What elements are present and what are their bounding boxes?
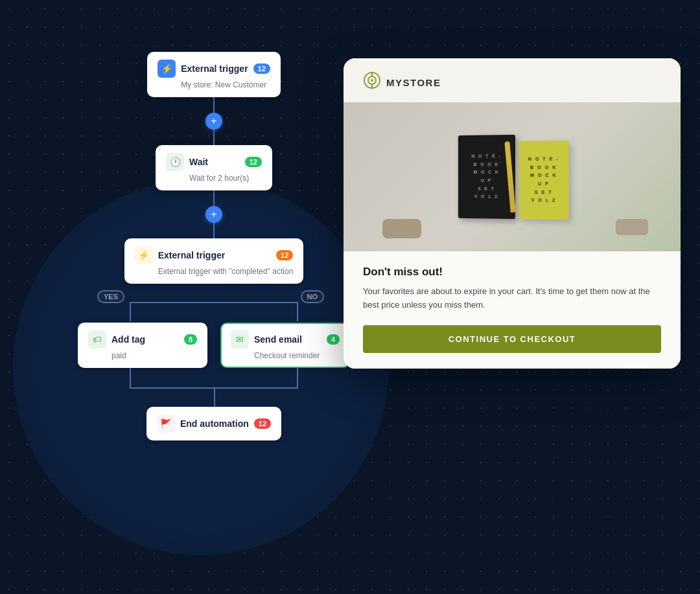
add-tag-branch: 🏷 Add tag 8 paid xyxy=(78,323,207,368)
add-tag-badge: 8 xyxy=(184,334,197,345)
merge-lines xyxy=(78,368,350,407)
connector-line-1b xyxy=(213,130,215,145)
automation-flow: ⚡ External trigger 12 My store: New Cust… xyxy=(52,52,376,440)
add-step-button-2[interactable]: + xyxy=(205,206,222,223)
connector-1: + xyxy=(205,97,222,145)
send-email-icon: ✉ xyxy=(231,330,249,348)
branch-left-vertical xyxy=(130,302,131,321)
store-logo: MYSTORE xyxy=(363,71,441,93)
notebook-dark-text: N O T E -B O O KM O C KU PS E TV O L 2 xyxy=(471,152,502,201)
external-trigger-1-badge: 12 xyxy=(253,63,270,74)
end-automation-title: End automation xyxy=(180,418,249,429)
external-trigger-node-2[interactable]: ⚡ External trigger 12 External trigger w… xyxy=(124,238,304,284)
store-logo-icon xyxy=(363,71,381,93)
external-trigger-2-icon: ⚡ xyxy=(135,246,153,264)
end-node-wrap: 🚩 End automation 12 xyxy=(146,407,281,440)
branch-lines: YES NO xyxy=(52,284,376,323)
email-headline: Don't miss out! xyxy=(363,266,661,279)
email-preview-card: MYSTORE N O T E -B O O KM O C KU PS E TV… xyxy=(344,58,681,369)
send-email-branch: ✉ Send email 4 Checkout reminder xyxy=(220,323,350,368)
send-email-subtitle: Checkout reminder xyxy=(231,351,340,360)
notebooks-mockup: N O T E -B O O KM O C KU PS E TV O L 2 N… xyxy=(458,134,568,220)
connector-line-2 xyxy=(213,190,215,206)
send-email-title: Send email xyxy=(254,334,321,345)
merge-left-line xyxy=(130,368,131,387)
connector-line-1 xyxy=(213,97,215,113)
wait-title: Wait xyxy=(189,157,240,167)
notebook-yellow: N O T E -B O O KM O C KU PS E TV O L 2 xyxy=(519,141,568,220)
product-image: N O T E -B O O KM O C KU PS E TV O L 2 N… xyxy=(344,102,681,251)
email-body: Don't miss out! Your favorites are about… xyxy=(344,251,681,369)
merge-right-line xyxy=(297,368,298,387)
email-header: MYSTORE xyxy=(344,58,681,102)
add-tag-icon: 🏷 xyxy=(88,330,106,348)
wait-subtitle: Wait for 2 hour(s) xyxy=(166,174,262,183)
cta-button[interactable]: CONTINUE TO CHECKOUT xyxy=(363,325,661,353)
add-tag-node[interactable]: 🏷 Add tag 8 paid xyxy=(78,323,207,368)
store-name-label: MYSTORE xyxy=(386,77,441,88)
send-email-badge: 4 xyxy=(327,334,340,345)
wait-icon: 🕐 xyxy=(166,153,184,171)
end-automation-badge: 12 xyxy=(254,418,271,429)
send-email-node[interactable]: ✉ Send email 4 Checkout reminder xyxy=(220,323,350,368)
external-trigger-1-icon: ⚡ xyxy=(158,60,176,78)
no-label: NO xyxy=(301,290,325,303)
external-trigger-2-title: External trigger xyxy=(158,250,271,260)
stone-decoration-left xyxy=(382,219,421,238)
branch-section: YES NO 🏷 Add tag 8 paid xyxy=(52,284,376,440)
svg-point-2 xyxy=(371,79,373,82)
merge-down-line xyxy=(214,387,215,407)
connector-2: + xyxy=(205,190,222,238)
email-body-text: Your favorites are about to expire in yo… xyxy=(363,285,661,312)
yes-label: YES xyxy=(97,290,124,303)
external-trigger-node-1[interactable]: ⚡ External trigger 12 My store: New Cust… xyxy=(147,52,281,97)
wait-node[interactable]: 🕐 Wait 12 Wait for 2 hour(s) xyxy=(156,145,272,190)
end-automation-node[interactable]: 🚩 End automation 12 xyxy=(146,407,281,440)
connector-line-2b xyxy=(213,223,215,238)
add-step-button-1[interactable]: + xyxy=(205,113,222,130)
external-trigger-2-subtitle: External trigger with "completed" action xyxy=(135,267,294,276)
add-tag-subtitle: paid xyxy=(88,351,197,360)
end-automation-icon: 🚩 xyxy=(157,415,175,433)
branch-horizontal-line xyxy=(130,302,298,303)
branch-nodes-row: 🏷 Add tag 8 paid ✉ Send email 4 Checkout… xyxy=(78,323,350,368)
wait-badge: 12 xyxy=(245,157,262,167)
branch-right-vertical xyxy=(297,302,298,321)
external-trigger-1-title: External trigger xyxy=(181,63,248,74)
external-trigger-2-badge: 12 xyxy=(276,250,293,260)
stone-decoration-right xyxy=(616,219,648,235)
notebook-yellow-text: N O T E -B O O KM O C KU PS E TV O L 2 xyxy=(528,155,559,205)
external-trigger-1-subtitle: My store: New Customer xyxy=(158,80,270,89)
add-tag-title: Add tag xyxy=(111,334,179,345)
